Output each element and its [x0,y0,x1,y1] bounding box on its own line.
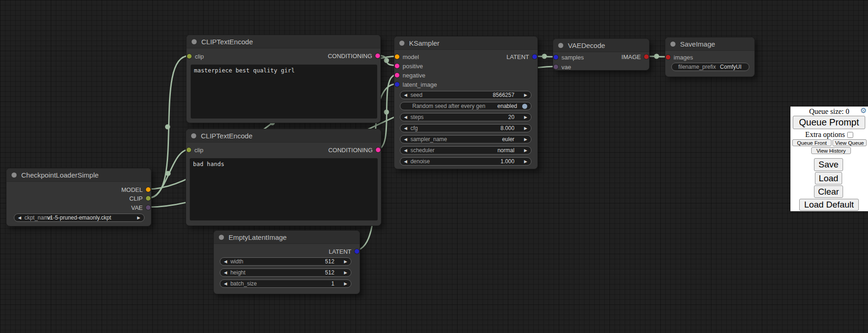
increment-arrow-icon[interactable]: ▶ [137,216,140,220]
decrement-arrow-icon[interactable]: ◀ [224,282,227,286]
image-port-icon[interactable] [644,54,649,59]
node-vae-decode[interactable]: VAEDecode samples vae IMAGE [553,38,650,71]
image-port-icon[interactable] [666,55,670,59]
decrement-arrow-icon[interactable]: ◀ [404,149,407,153]
latent-port-icon[interactable] [532,54,537,59]
collapse-dot-icon[interactable] [191,133,196,138]
node-ksampler[interactable]: KSampler model positive negative latent_… [394,36,538,169]
increment-arrow-icon[interactable]: ▶ [524,93,527,97]
increment-arrow-icon[interactable]: ▶ [344,260,347,264]
decrement-arrow-icon[interactable]: ◀ [224,260,227,264]
input-negative[interactable]: negative [395,72,425,78]
clip-port-icon[interactable] [146,196,151,201]
toggle-dot-icon[interactable] [522,104,527,109]
output-latent[interactable]: LATENT [329,248,359,255]
queue-front-button[interactable]: Queue Front [792,139,832,146]
node-empty-latent-image[interactable]: EmptyLatentImage LATENT ◀ width 512 ▶ ◀ … [213,230,360,294]
input-clip[interactable]: clip [187,147,204,153]
node-clip-text-encode-positive[interactable]: CLIPTextEncode clip CONDITIONING masterp… [186,35,381,123]
increment-arrow-icon[interactable]: ▶ [524,115,527,119]
decrement-arrow-icon[interactable]: ◀ [404,93,407,97]
node-title-bar[interactable]: EmptyLatentImage [214,231,360,244]
gear-icon[interactable]: ⚙ [860,107,867,114]
output-conditioning[interactable]: CONDITIONING [328,147,380,153]
node-checkpoint-loader[interactable]: CheckpointLoaderSimple MODEL CLIP VAE ◀ … [6,168,151,226]
node-title-bar[interactable]: KSampler [394,36,537,50]
vae-port-icon[interactable] [146,205,151,210]
collapse-dot-icon[interactable] [399,41,404,46]
denoise-widget[interactable]: ◀ denoise 1.000 ▶ [400,157,531,166]
collapse-dot-icon[interactable] [12,172,17,178]
decrement-arrow-icon[interactable]: ◀ [404,115,407,119]
collapse-dot-icon[interactable] [192,39,197,44]
input-latent-image[interactable]: latent_image [395,81,437,88]
node-title-bar[interactable]: VAEDecode [553,39,649,52]
collapse-dot-icon[interactable] [219,235,224,240]
scheduler-widget[interactable]: ◀ scheduler normal ▶ [400,146,531,155]
output-conditioning[interactable]: CONDITIONING [328,53,380,59]
filename-prefix-widget[interactable]: filename_prefix ComfyUI [671,63,749,71]
width-widget[interactable]: ◀ width 512 ▶ [220,257,351,266]
node-title-bar[interactable]: SaveImage [665,37,754,51]
output-model[interactable]: MODEL [121,186,151,193]
input-positive[interactable]: positive [395,63,423,69]
load-button[interactable]: Load [815,172,842,184]
ckpt-name-widget[interactable]: ◀ ckpt_name v1-5-pruned-emaonly.ckpt ▶ [14,214,145,222]
random-seed-toggle-widget[interactable]: Random seed after every gen enabled [400,102,531,110]
output-vae[interactable]: VAE [131,204,151,211]
seed-widget[interactable]: ◀ seed 8566257 ▶ [400,91,531,99]
vae-port-icon[interactable] [554,65,558,69]
input-samples[interactable]: samples [554,54,584,60]
batch-size-widget[interactable]: ◀ batch_size 1 ▶ [220,279,351,288]
increment-arrow-icon[interactable]: ▶ [524,126,527,131]
conditioning-port-icon[interactable] [376,148,380,152]
latent-port-icon[interactable] [554,55,558,59]
decrement-arrow-icon[interactable]: ◀ [224,271,227,275]
model-port-icon[interactable] [146,187,151,192]
input-images[interactable]: images [666,54,693,60]
decrement-arrow-icon[interactable]: ◀ [404,137,407,142]
height-widget[interactable]: ◀ height 512 ▶ [220,268,351,277]
node-clip-text-encode-negative[interactable]: CLIPTextEncode clip CONDITIONING bad han… [186,129,381,226]
load-default-button[interactable]: Load Default [799,199,859,211]
output-clip[interactable]: CLIP [129,195,151,202]
node-title-bar[interactable]: CheckpointLoaderSimple [6,168,151,182]
input-vae[interactable]: vae [554,64,571,70]
model-port-icon[interactable] [395,54,399,59]
cfg-widget[interactable]: ◀ cfg 8.000 ▶ [400,124,531,132]
collapse-dot-icon[interactable] [670,42,675,47]
conditioning-port-icon[interactable] [395,64,399,68]
node-save-image[interactable]: SaveImage images filename_prefix ComfyUI [665,37,755,77]
collapse-dot-icon[interactable] [558,43,563,48]
increment-arrow-icon[interactable]: ▶ [524,137,527,142]
view-history-button[interactable]: View History [811,147,851,154]
increment-arrow-icon[interactable]: ▶ [344,271,347,275]
increment-arrow-icon[interactable]: ▶ [524,149,527,153]
input-model[interactable]: model [395,54,419,60]
latent-port-icon[interactable] [395,82,399,87]
negative-prompt-textarea[interactable]: bad hands [190,158,378,220]
view-queue-button[interactable]: View Queue [832,139,867,146]
clip-port-icon[interactable] [187,54,192,59]
output-image[interactable]: IMAGE [621,54,649,60]
conditioning-port-icon[interactable] [395,73,399,77]
sampler-name-widget[interactable]: ◀ sampler_name euler ▶ [400,135,531,143]
decrement-arrow-icon[interactable]: ◀ [18,216,21,220]
latent-port-icon[interactable] [355,249,359,254]
clip-port-icon[interactable] [187,148,191,152]
decrement-arrow-icon[interactable]: ◀ [404,160,407,164]
save-button[interactable]: Save [814,158,843,171]
comfyui-canvas[interactable]: CheckpointLoaderSimple MODEL CLIP VAE ◀ … [0,0,868,333]
input-clip[interactable]: clip [187,53,204,59]
extra-options-checkbox[interactable] [847,132,853,138]
positive-prompt-textarea[interactable]: masterpiece best quality girl [191,65,377,119]
increment-arrow-icon[interactable]: ▶ [344,282,347,286]
node-title-bar[interactable]: CLIPTextEncode [187,35,380,48]
increment-arrow-icon[interactable]: ▶ [524,160,527,164]
decrement-arrow-icon[interactable]: ◀ [404,126,407,131]
output-latent[interactable]: LATENT [506,54,537,60]
queue-prompt-button[interactable]: Queue Prompt [793,116,865,129]
clear-button[interactable]: Clear [814,185,843,198]
steps-widget[interactable]: ◀ steps 20 ▶ [400,113,531,121]
node-title-bar[interactable]: CLIPTextEncode [186,129,381,143]
